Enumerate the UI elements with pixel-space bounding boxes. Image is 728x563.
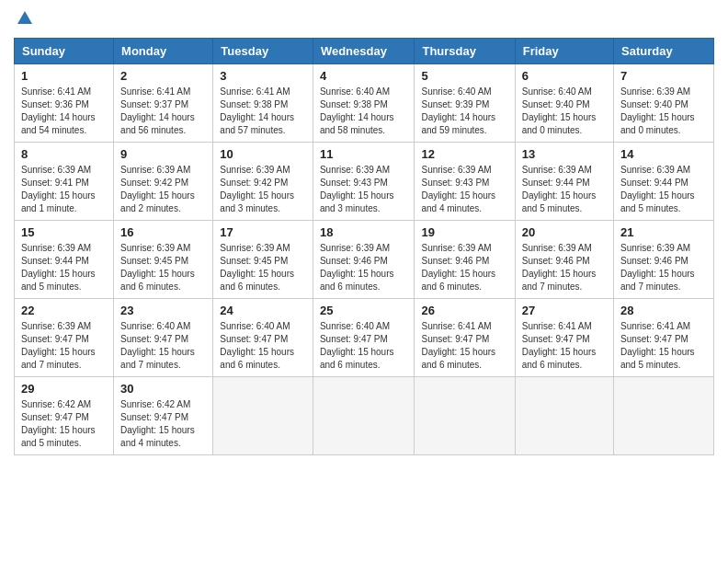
calendar-day-empty: [515, 377, 613, 455]
calendar-day-27: 27Sunrise: 6:41 AMSunset: 9:47 PMDayligh…: [515, 299, 613, 377]
calendar-day-19: 19Sunrise: 6:39 AMSunset: 9:46 PMDayligh…: [415, 221, 515, 299]
logo-text: [14, 9, 34, 32]
weekday-header-row: SundayMondayTuesdayWednesdayThursdayFrid…: [15, 39, 714, 64]
calendar-day-empty: [313, 377, 415, 455]
calendar-day-21: 21Sunrise: 6:39 AMSunset: 9:46 PMDayligh…: [614, 221, 714, 299]
calendar-day-28: 28Sunrise: 6:41 AMSunset: 9:47 PMDayligh…: [614, 299, 714, 377]
calendar-day-29: 29Sunrise: 6:42 AMSunset: 9:47 PMDayligh…: [15, 377, 114, 455]
page-header: [14, 9, 714, 32]
calendar-day-20: 20Sunrise: 6:39 AMSunset: 9:46 PMDayligh…: [515, 221, 613, 299]
calendar-day-25: 25Sunrise: 6:40 AMSunset: 9:47 PMDayligh…: [313, 299, 415, 377]
calendar-day-4: 4Sunrise: 6:40 AMSunset: 9:38 PMDaylight…: [313, 64, 415, 143]
calendar-day-17: 17Sunrise: 6:39 AMSunset: 9:45 PMDayligh…: [213, 221, 313, 299]
logo-icon: [16, 9, 34, 28]
weekday-header-tuesday: Tuesday: [213, 39, 313, 64]
calendar-day-23: 23Sunrise: 6:40 AMSunset: 9:47 PMDayligh…: [114, 299, 213, 377]
calendar-day-2: 2Sunrise: 6:41 AMSunset: 9:37 PMDaylight…: [114, 64, 213, 143]
calendar-day-empty: [614, 377, 714, 455]
calendar-week-2: 8Sunrise: 6:39 AMSunset: 9:41 PMDaylight…: [15, 143, 714, 221]
weekday-header-thursday: Thursday: [415, 39, 515, 64]
calendar-day-30: 30Sunrise: 6:42 AMSunset: 9:47 PMDayligh…: [114, 377, 213, 455]
weekday-header-saturday: Saturday: [614, 39, 714, 64]
calendar-day-18: 18Sunrise: 6:39 AMSunset: 9:46 PMDayligh…: [313, 221, 415, 299]
calendar-week-4: 22Sunrise: 6:39 AMSunset: 9:47 PMDayligh…: [15, 299, 714, 377]
calendar-week-5: 29Sunrise: 6:42 AMSunset: 9:47 PMDayligh…: [15, 377, 714, 455]
calendar-day-16: 16Sunrise: 6:39 AMSunset: 9:45 PMDayligh…: [114, 221, 213, 299]
calendar-day-26: 26Sunrise: 6:41 AMSunset: 9:47 PMDayligh…: [415, 299, 515, 377]
calendar-day-6: 6Sunrise: 6:40 AMSunset: 9:40 PMDaylight…: [515, 64, 613, 143]
weekday-header-monday: Monday: [114, 39, 213, 64]
calendar-day-3: 3Sunrise: 6:41 AMSunset: 9:38 PMDaylight…: [213, 64, 313, 143]
calendar-day-12: 12Sunrise: 6:39 AMSunset: 9:43 PMDayligh…: [415, 143, 515, 221]
calendar-day-7: 7Sunrise: 6:39 AMSunset: 9:40 PMDaylight…: [614, 64, 714, 143]
calendar-table: SundayMondayTuesdayWednesdayThursdayFrid…: [14, 38, 714, 455]
calendar-day-22: 22Sunrise: 6:39 AMSunset: 9:47 PMDayligh…: [15, 299, 114, 377]
calendar-day-5: 5Sunrise: 6:40 AMSunset: 9:39 PMDaylight…: [415, 64, 515, 143]
calendar-day-empty: [415, 377, 515, 455]
calendar-day-15: 15Sunrise: 6:39 AMSunset: 9:44 PMDayligh…: [15, 221, 114, 299]
calendar-day-9: 9Sunrise: 6:39 AMSunset: 9:42 PMDaylight…: [114, 143, 213, 221]
calendar-day-1: 1Sunrise: 6:41 AMSunset: 9:36 PMDaylight…: [15, 64, 114, 143]
calendar-day-14: 14Sunrise: 6:39 AMSunset: 9:44 PMDayligh…: [614, 143, 714, 221]
weekday-header-sunday: Sunday: [15, 39, 114, 64]
calendar-week-3: 15Sunrise: 6:39 AMSunset: 9:44 PMDayligh…: [15, 221, 714, 299]
calendar-day-11: 11Sunrise: 6:39 AMSunset: 9:43 PMDayligh…: [313, 143, 415, 221]
calendar-day-8: 8Sunrise: 6:39 AMSunset: 9:41 PMDaylight…: [15, 143, 114, 221]
weekday-header-wednesday: Wednesday: [313, 39, 415, 64]
svg-marker-0: [17, 11, 32, 24]
calendar-day-13: 13Sunrise: 6:39 AMSunset: 9:44 PMDayligh…: [515, 143, 613, 221]
logo: [14, 9, 34, 32]
calendar-day-empty: [213, 377, 313, 455]
calendar-week-1: 1Sunrise: 6:41 AMSunset: 9:36 PMDaylight…: [15, 64, 714, 143]
weekday-header-friday: Friday: [515, 39, 613, 64]
calendar-day-24: 24Sunrise: 6:40 AMSunset: 9:47 PMDayligh…: [213, 299, 313, 377]
calendar-day-10: 10Sunrise: 6:39 AMSunset: 9:42 PMDayligh…: [213, 143, 313, 221]
